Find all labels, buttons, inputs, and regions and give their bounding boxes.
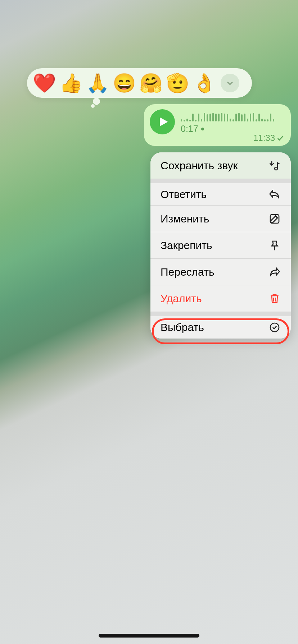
duration-text: 0:17: [181, 124, 198, 134]
edit-icon: [268, 213, 281, 225]
svg-point-4: [270, 323, 279, 332]
menu-label: Переслать: [161, 266, 215, 278]
reaction-ok[interactable]: 👌: [193, 72, 216, 95]
reply-icon: [268, 188, 281, 201]
trash-icon: [268, 293, 281, 305]
check-circle-icon: [268, 321, 281, 334]
play-icon: [158, 116, 169, 128]
svg-rect-0: [270, 215, 279, 223]
reaction-hug[interactable]: 🤗: [139, 72, 162, 95]
menu-save-sound[interactable]: Сохранить звук: [150, 152, 291, 179]
reaction-heart[interactable]: ❤️: [33, 72, 56, 95]
voice-duration: 0:17: [181, 124, 285, 134]
menu-label: Выбрать: [161, 321, 204, 334]
reaction-thumbs-up[interactable]: 👍: [59, 72, 82, 95]
menu-label: Ответить: [161, 188, 207, 201]
menu-forward[interactable]: Переслать: [150, 259, 291, 285]
reaction-bar: ❤️ 👍 🙏 😄 🤗 🫡 👌: [27, 68, 252, 98]
chevron-down-icon: [226, 79, 234, 87]
pin-icon: [268, 239, 281, 252]
menu-reply[interactable]: Ответить: [150, 179, 291, 206]
timestamp-text: 11:33: [253, 133, 275, 143]
home-indicator[interactable]: [99, 634, 199, 638]
waveform: [181, 111, 285, 121]
menu-select[interactable]: Выбрать: [150, 312, 291, 339]
menu-label: Удалить: [161, 293, 202, 305]
sent-check-icon: [276, 134, 284, 142]
reaction-salute[interactable]: 🫡: [166, 72, 189, 95]
menu-label: Изменить: [161, 213, 209, 225]
menu-label: Сохранить звук: [161, 160, 238, 172]
menu-pin[interactable]: Закрепить: [150, 232, 291, 259]
voice-message-bubble[interactable]: 0:17 11:33: [144, 104, 291, 146]
menu-delete[interactable]: Удалить: [150, 285, 291, 312]
download-audio-icon: [268, 160, 281, 172]
reaction-bar-tail: [91, 97, 102, 108]
reaction-more-button[interactable]: [221, 74, 239, 92]
context-menu: Сохранить звук Ответить Изменить Закрепи…: [150, 152, 291, 339]
forward-icon: [268, 266, 281, 278]
play-button[interactable]: [150, 109, 175, 134]
menu-edit[interactable]: Изменить: [150, 206, 291, 232]
message-timestamp: 11:33: [253, 133, 284, 143]
menu-label: Закрепить: [161, 239, 212, 252]
reaction-grin[interactable]: 😄: [113, 72, 136, 95]
unread-dot-icon: [201, 128, 204, 130]
voice-meta: 0:17: [181, 109, 285, 134]
reaction-pray[interactable]: 🙏: [86, 72, 109, 95]
